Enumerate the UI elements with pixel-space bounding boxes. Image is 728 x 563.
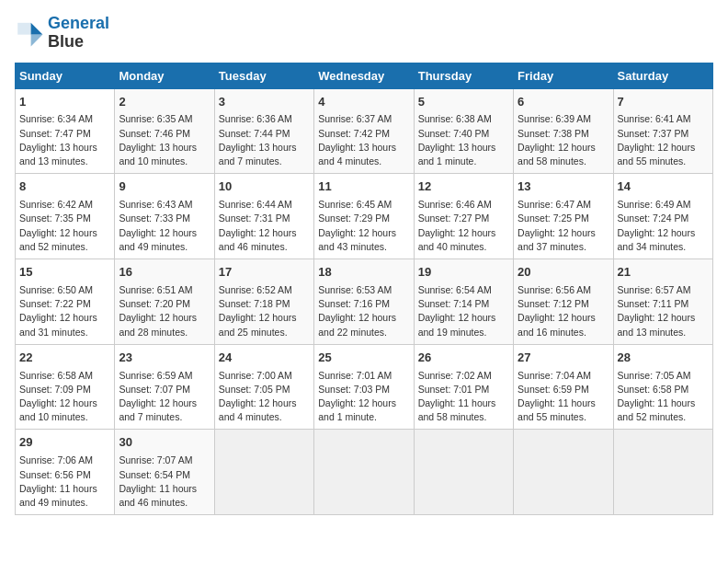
day-header-thursday: Thursday (414, 63, 513, 88)
sunset: Sunset: 6:54 PM (119, 469, 190, 480)
daylight: Daylight: 12 hours and 49 minutes. (119, 227, 197, 252)
daylight: Daylight: 11 hours and 46 minutes. (119, 483, 197, 508)
daylight: Daylight: 12 hours and 31 minutes. (19, 312, 97, 337)
header-row: SundayMondayTuesdayWednesdayThursdayFrid… (16, 63, 713, 88)
daylight: Daylight: 12 hours and 58 minutes. (518, 142, 596, 167)
daylight: Daylight: 13 hours and 10 minutes. (119, 142, 197, 167)
calendar-cell: 2Sunrise: 6:35 AMSunset: 7:46 PMDaylight… (115, 88, 214, 174)
sunset: Sunset: 7:47 PM (19, 128, 91, 139)
sunrise: Sunrise: 6:58 AM (19, 370, 93, 381)
daylight: Daylight: 12 hours and 46 minutes. (219, 227, 297, 252)
day-number: 29 (19, 434, 110, 452)
daylight: Daylight: 12 hours and 25 minutes. (219, 312, 297, 337)
week-row-4: 22Sunrise: 6:58 AMSunset: 7:09 PMDayligh… (16, 344, 713, 430)
sunset: Sunset: 7:37 PM (618, 128, 689, 139)
calendar-cell: 22Sunrise: 6:58 AMSunset: 7:09 PMDayligh… (16, 344, 115, 430)
sunrise: Sunrise: 6:50 AM (19, 284, 93, 295)
svg-marker-0 (31, 23, 43, 35)
sunset: Sunset: 7:22 PM (19, 298, 91, 309)
sunset: Sunset: 6:59 PM (518, 384, 589, 395)
daylight: Daylight: 11 hours and 52 minutes. (618, 397, 696, 422)
sunrise: Sunrise: 6:42 AM (19, 199, 93, 210)
daylight: Daylight: 12 hours and 16 minutes. (518, 312, 596, 337)
calendar-cell: 6Sunrise: 6:39 AMSunset: 7:38 PMDaylight… (514, 88, 613, 174)
calendar-cell: 1Sunrise: 6:34 AMSunset: 7:47 PMDaylight… (16, 88, 115, 174)
calendar-cell: 24Sunrise: 7:00 AMSunset: 7:05 PMDayligh… (214, 344, 313, 430)
calendar-cell: 8Sunrise: 6:42 AMSunset: 7:35 PMDaylight… (16, 174, 115, 259)
day-number: 24 (219, 350, 310, 367)
daylight: Daylight: 12 hours and 7 minutes. (119, 397, 197, 422)
page-header: General Blue (15, 15, 713, 52)
sunrise: Sunrise: 6:56 AM (518, 284, 591, 295)
day-number: 20 (518, 264, 609, 282)
day-number: 10 (219, 178, 310, 196)
daylight: Daylight: 13 hours and 1 minute. (418, 142, 496, 167)
day-header-tuesday: Tuesday (214, 63, 313, 88)
calendar-cell: 13Sunrise: 6:47 AMSunset: 7:25 PMDayligh… (514, 174, 613, 259)
day-number: 11 (318, 178, 409, 196)
day-number: 22 (19, 350, 110, 367)
sunset: Sunset: 7:12 PM (518, 298, 589, 309)
sunrise: Sunrise: 7:07 AM (119, 454, 192, 465)
daylight: Daylight: 12 hours and 10 minutes. (19, 397, 97, 422)
calendar-cell: 10Sunrise: 6:44 AMSunset: 7:31 PMDayligh… (214, 174, 313, 259)
sunrise: Sunrise: 6:38 AM (418, 113, 492, 124)
sunset: Sunset: 7:46 PM (119, 128, 190, 139)
calendar-cell: 30Sunrise: 7:07 AMSunset: 6:54 PMDayligh… (115, 430, 214, 515)
sunrise: Sunrise: 6:49 AM (618, 199, 691, 210)
calendar-cell (514, 430, 613, 515)
calendar-cell: 23Sunrise: 6:59 AMSunset: 7:07 PMDayligh… (115, 344, 214, 430)
sunset: Sunset: 7:40 PM (418, 128, 490, 139)
day-number: 23 (119, 350, 210, 367)
sunset: Sunset: 7:44 PM (219, 128, 290, 139)
day-number: 21 (618, 264, 709, 282)
sunrise: Sunrise: 6:52 AM (219, 284, 292, 295)
calendar-cell: 5Sunrise: 6:38 AMSunset: 7:40 PMDaylight… (414, 88, 513, 174)
svg-marker-1 (31, 34, 43, 46)
day-number: 27 (518, 350, 609, 367)
calendar-cell: 19Sunrise: 6:54 AMSunset: 7:14 PMDayligh… (414, 259, 513, 345)
day-header-friday: Friday (514, 63, 613, 88)
sunrise: Sunrise: 7:01 AM (318, 370, 392, 381)
day-number: 19 (418, 264, 509, 282)
sunrise: Sunrise: 6:46 AM (418, 199, 492, 210)
sunset: Sunset: 7:42 PM (318, 128, 390, 139)
logo: General Blue (15, 15, 109, 52)
calendar-cell: 15Sunrise: 6:50 AMSunset: 7:22 PMDayligh… (16, 259, 115, 345)
day-header-monday: Monday (115, 63, 214, 88)
calendar-cell: 11Sunrise: 6:45 AMSunset: 7:29 PMDayligh… (314, 174, 414, 259)
calendar-cell: 12Sunrise: 6:46 AMSunset: 7:27 PMDayligh… (414, 174, 513, 259)
sunrise: Sunrise: 6:47 AM (518, 199, 591, 210)
calendar-cell: 16Sunrise: 6:51 AMSunset: 7:20 PMDayligh… (115, 259, 214, 345)
calendar-cell (414, 430, 513, 515)
day-number: 30 (119, 434, 210, 452)
sunrise: Sunrise: 7:04 AM (518, 370, 591, 381)
day-number: 7 (618, 94, 709, 111)
sunrise: Sunrise: 6:41 AM (618, 113, 691, 124)
sunrise: Sunrise: 6:53 AM (318, 284, 392, 295)
sunset: Sunset: 7:18 PM (219, 298, 290, 309)
calendar-cell: 14Sunrise: 6:49 AMSunset: 7:24 PMDayligh… (613, 174, 712, 259)
sunrise: Sunrise: 6:59 AM (119, 370, 192, 381)
sunset: Sunset: 7:03 PM (318, 384, 390, 395)
week-row-3: 15Sunrise: 6:50 AMSunset: 7:22 PMDayligh… (16, 259, 713, 345)
daylight: Daylight: 12 hours and 1 minute. (318, 397, 396, 422)
day-number: 13 (518, 178, 609, 196)
sunset: Sunset: 7:07 PM (119, 384, 190, 395)
day-number: 6 (518, 94, 609, 111)
sunset: Sunset: 7:35 PM (19, 213, 91, 224)
day-number: 8 (19, 178, 110, 196)
calendar-cell: 25Sunrise: 7:01 AMSunset: 7:03 PMDayligh… (314, 344, 414, 430)
calendar-cell: 4Sunrise: 6:37 AMSunset: 7:42 PMDaylight… (314, 88, 414, 174)
sunset: Sunset: 7:14 PM (418, 298, 490, 309)
sunrise: Sunrise: 6:37 AM (318, 113, 392, 124)
sunset: Sunset: 7:27 PM (418, 213, 490, 224)
logo-icon (15, 18, 44, 48)
sunset: Sunset: 6:56 PM (19, 469, 91, 480)
sunrise: Sunrise: 7:05 AM (618, 370, 691, 381)
day-number: 28 (618, 350, 709, 367)
sunset: Sunset: 7:29 PM (318, 213, 390, 224)
day-number: 18 (318, 264, 409, 282)
daylight: Daylight: 12 hours and 19 minutes. (418, 312, 496, 337)
sunset: Sunset: 7:33 PM (119, 213, 190, 224)
